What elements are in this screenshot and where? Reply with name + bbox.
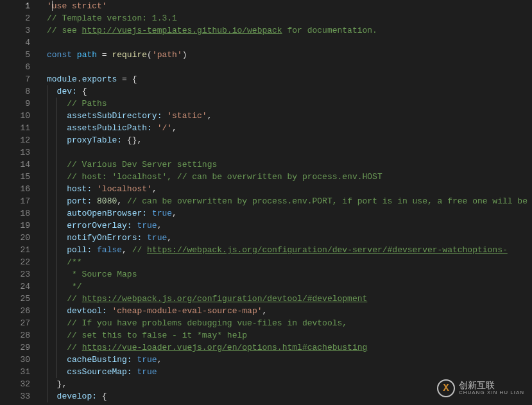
line-number-gutter[interactable]: 1234567891011121314151617181920212223242… xyxy=(0,0,42,405)
indent-guide xyxy=(47,268,47,280)
code-line[interactable] xyxy=(47,37,532,49)
indent-guide xyxy=(47,280,47,293)
line-number: 22 xyxy=(0,256,30,268)
indent-guide xyxy=(47,256,47,268)
code-line[interactable] xyxy=(47,61,532,73)
line-number: 17 xyxy=(0,195,30,207)
line-number: 1 xyxy=(0,0,30,12)
code-line[interactable]: assetsSubDirectory: 'static', xyxy=(47,110,532,122)
indent-guide xyxy=(56,366,57,378)
indent-guide xyxy=(47,122,47,134)
indent-guide xyxy=(56,122,57,134)
indent-guide xyxy=(47,341,47,354)
indent-guide xyxy=(56,134,57,146)
line-number: 29 xyxy=(0,341,30,354)
indent-guide xyxy=(47,317,47,329)
indent-guide xyxy=(56,293,57,305)
indent-guide xyxy=(47,305,47,317)
code-line[interactable]: devtool: 'cheap-module-eval-source-map', xyxy=(47,305,532,317)
code-line[interactable]: proxyTable: {}, xyxy=(47,134,532,146)
code-line[interactable]: // Various Dev Server settings xyxy=(47,159,532,171)
line-number: 31 xyxy=(0,366,30,378)
line-number: 6 xyxy=(0,61,30,73)
indent-guide xyxy=(56,244,57,256)
line-number: 19 xyxy=(0,220,30,232)
line-number: 32 xyxy=(0,378,30,390)
indent-guide xyxy=(47,390,47,402)
line-number: 20 xyxy=(0,232,30,244)
watermark-text: 创新互联 CHUANG XIN HU LIAN xyxy=(459,381,524,396)
code-line[interactable]: autoOpenBrowser: true, xyxy=(47,207,532,220)
code-line[interactable]: // Template version: 1.3.1 xyxy=(47,12,532,24)
code-line[interactable]: notifyOnErrors: true, xyxy=(47,232,532,244)
code-line[interactable]: // host: 'localhost', // can be overwrit… xyxy=(47,171,532,183)
indent-guide xyxy=(47,207,47,220)
indent-guide xyxy=(47,171,47,183)
watermark-sub: CHUANG XIN HU LIAN xyxy=(459,390,524,396)
line-number: 27 xyxy=(0,317,30,329)
indent-guide xyxy=(56,317,57,329)
line-number: 9 xyxy=(0,98,30,110)
indent-guide xyxy=(47,110,47,122)
indent-guide xyxy=(56,280,57,293)
watermark-icon: X xyxy=(437,379,455,397)
line-number: 10 xyxy=(0,110,30,122)
line-number: 5 xyxy=(0,49,30,61)
code-line[interactable]: errorOverlay: true, xyxy=(47,220,532,232)
line-number: 8 xyxy=(0,85,30,98)
line-number: 30 xyxy=(0,354,30,366)
indent-guide xyxy=(56,305,57,317)
code-line[interactable]: assetsPublicPath: '/', xyxy=(47,122,532,134)
code-editor[interactable]: 1234567891011121314151617181920212223242… xyxy=(0,0,532,405)
indent-guide xyxy=(47,378,47,390)
indent-guide xyxy=(47,220,47,232)
code-line[interactable]: // see http://vuejs-templates.github.io/… xyxy=(47,24,532,37)
code-line[interactable]: /** xyxy=(47,256,532,268)
text-cursor xyxy=(52,1,53,11)
line-number: 33 xyxy=(0,390,30,402)
code-line[interactable]: cssSourceMap: true xyxy=(47,366,532,378)
code-line[interactable]: dev: { xyxy=(47,85,532,98)
code-line[interactable]: // https://vue-loader.vuejs.org/en/optio… xyxy=(47,341,532,354)
line-number: 28 xyxy=(0,329,30,341)
indent-guide xyxy=(47,159,47,171)
indent-guide xyxy=(56,220,57,232)
code-line[interactable]: poll: false, // https://webpack.js.org/c… xyxy=(47,244,532,256)
indent-guide xyxy=(56,354,57,366)
watermark-logo: X 创新互联 CHUANG XIN HU LIAN xyxy=(437,379,524,397)
code-line[interactable]: host: 'localhost', xyxy=(47,183,532,195)
indent-guide xyxy=(47,85,47,98)
indent-guide xyxy=(56,329,57,341)
code-line[interactable]: cacheBusting: true, xyxy=(47,354,532,366)
indent-guide xyxy=(47,244,47,256)
code-line[interactable] xyxy=(47,146,532,159)
code-line[interactable]: 'use strict' xyxy=(47,0,532,12)
line-number: 24 xyxy=(0,280,30,293)
indent-guide xyxy=(47,293,47,305)
indent-guide xyxy=(56,268,57,280)
code-line[interactable]: // If you have problems debugging vue-fi… xyxy=(47,317,532,329)
code-line[interactable]: */ xyxy=(47,280,532,293)
code-line[interactable]: module.exports = { xyxy=(47,73,532,85)
line-number: 4 xyxy=(0,37,30,49)
watermark-icon-letter: X xyxy=(443,383,449,394)
code-line[interactable]: // set this to false - it *may* help xyxy=(47,329,532,341)
code-line[interactable]: // Paths xyxy=(47,98,532,110)
line-number: 15 xyxy=(0,171,30,183)
code-line[interactable]: const path = require('path') xyxy=(47,49,532,61)
code-line[interactable]: port: 8080, // can be overwritten by pro… xyxy=(47,195,532,207)
line-number: 7 xyxy=(0,73,30,85)
code-line[interactable]: * Source Maps xyxy=(47,268,532,280)
line-number: 14 xyxy=(0,159,30,171)
line-number: 3 xyxy=(0,24,30,37)
code-area[interactable]: 'use strict'// Template version: 1.3.1//… xyxy=(42,0,532,405)
indent-guide xyxy=(56,171,57,183)
indent-guide xyxy=(56,110,57,122)
line-number: 23 xyxy=(0,268,30,280)
indent-guide xyxy=(56,256,57,268)
code-line[interactable]: // https://webpack.js.org/configuration/… xyxy=(47,293,532,305)
line-number: 12 xyxy=(0,134,30,146)
line-number: 16 xyxy=(0,183,30,195)
indent-guide xyxy=(56,159,57,171)
indent-guide xyxy=(47,98,47,110)
